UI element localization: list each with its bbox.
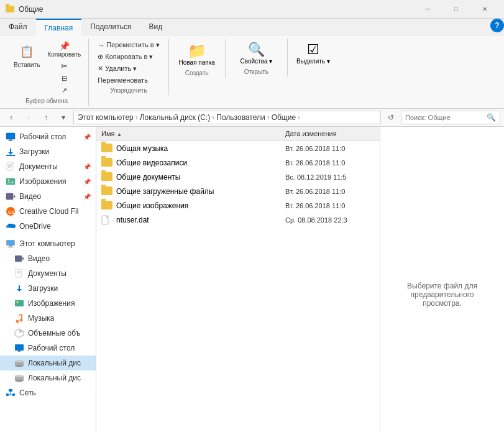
sidebar-item-pc-3d[interactable]: Объемные объ xyxy=(0,326,96,341)
new-folder-button[interactable]: 📁 Новая папка xyxy=(174,40,220,68)
sidebar-item-pc-documents[interactable]: Документы xyxy=(0,266,96,281)
recent-button[interactable]: ▾ xyxy=(56,111,71,124)
address-pc: Этот компьютер xyxy=(78,113,134,122)
tab-share[interactable]: Поделиться xyxy=(81,19,140,36)
sidebar-network-label: Сеть xyxy=(19,388,36,397)
window-title: Общие xyxy=(19,5,43,14)
sidebar-item-images[interactable]: Изображения 📌 xyxy=(0,174,96,189)
sidebar-thispc-label: Этот компьютер xyxy=(19,239,75,248)
sidebar-item-onedrive[interactable]: OneDrive xyxy=(0,219,96,234)
sidebar-disk-c-label: Локальный дис xyxy=(28,359,81,367)
file-date-cell: Вт. 26.06.2018 11:0 xyxy=(280,186,380,196)
back-button[interactable]: ‹ xyxy=(4,111,19,124)
maximize-button[interactable]: □ xyxy=(442,0,470,19)
properties-button[interactable]: 🔍 Свойства ▾ xyxy=(237,40,277,67)
folder-icon xyxy=(101,201,112,210)
svg-rect-1 xyxy=(9,139,12,140)
svg-text:Cc: Cc xyxy=(8,209,15,215)
sidebar-item-pc-video[interactable]: Видео xyxy=(0,251,96,266)
sidebar-item-pc-downloads[interactable]: Загрузки xyxy=(0,281,96,296)
thispc-icon xyxy=(5,238,16,249)
sidebar-item-thispc[interactable]: Этот компьютер xyxy=(0,236,96,251)
cut-button[interactable]: ✂ xyxy=(45,60,83,72)
organize-group: → Переместить в ▾ ⊕ Копировать в ▾ ✕ Уда… xyxy=(89,39,168,95)
sidebar-creative-label: Creative Cloud Fil xyxy=(19,207,78,216)
col-date-header[interactable]: Дата изменения xyxy=(280,128,380,139)
creative-icon: Cc xyxy=(5,206,16,217)
organize-label: Упорядочить xyxy=(110,87,147,94)
file-header: Имя ▲ Дата изменения xyxy=(96,127,380,141)
sidebar-pc-desktop-label: Рабочий стол xyxy=(28,344,75,352)
preview-text: Выберите файл для предварительного просм… xyxy=(393,282,492,308)
pc-documents-icon xyxy=(14,268,25,279)
sidebar-downloads-label: Загрузки xyxy=(19,147,49,156)
sidebar-item-creative[interactable]: Cc Creative Cloud Fil xyxy=(0,204,96,219)
sidebar-images-label: Изображения xyxy=(19,177,66,186)
sidebar-item-pc-images[interactable]: Изображения xyxy=(0,296,96,311)
copy-to-button[interactable]: ⊕ Копировать в ▾ xyxy=(94,52,163,62)
sidebar-item-downloads[interactable]: Загрузки xyxy=(0,144,96,159)
refresh-button[interactable]: ↺ xyxy=(383,111,398,124)
sidebar-pc-downloads-label: Загрузки xyxy=(28,284,58,293)
downloads-icon xyxy=(5,146,16,157)
file-date-cell: Вт. 26.06.2018 11:0 xyxy=(280,158,380,168)
preview-area: Выберите файл для предварительного просм… xyxy=(380,127,504,432)
svg-marker-11 xyxy=(14,195,16,198)
clipboard-group: 📋 Вставить 📌 Копировать ✂ ⊟ ↗ xyxy=(5,39,89,106)
table-row[interactable]: ntuser.dat Ср. 08.08.2018 22:3 xyxy=(96,213,380,227)
up-button[interactable]: ↑ xyxy=(39,111,53,124)
main-area: Рабочий стол 📌 Загрузки Документы 📌 Изоб… xyxy=(0,127,504,432)
ribbon: Файл Главная Поделиться Вид ? 📋 Вставить… xyxy=(0,19,504,109)
sidebar-pc-docs-label: Документы xyxy=(28,269,66,278)
table-row[interactable]: Общие документы Вс. 08.12.2019 11:5 xyxy=(96,170,380,184)
pin-button[interactable]: 📌 Копировать xyxy=(45,40,83,59)
tab-file[interactable]: Файл xyxy=(0,19,36,36)
sidebar-item-pc-music[interactable]: Музыка xyxy=(0,311,96,326)
address-bar[interactable]: Этот компьютер › Локальный диск (C:) › П… xyxy=(73,111,381,124)
file-icon-dat xyxy=(101,215,112,224)
pin-icon-video: 📌 xyxy=(83,193,91,200)
paste-button[interactable]: 📋 Вставить xyxy=(10,40,44,70)
col-name-header[interactable]: Имя ▲ xyxy=(96,128,280,139)
sidebar-item-desktop[interactable]: Рабочий стол 📌 xyxy=(0,129,96,144)
table-row[interactable]: Общие видеозаписи Вт. 26.06.2018 11:0 xyxy=(96,155,380,170)
search-icon: 🔍 xyxy=(487,113,496,122)
disk-c-icon xyxy=(14,357,25,369)
rename-button[interactable]: Переименовать xyxy=(94,75,163,85)
shortcut-button[interactable]: ↗ xyxy=(45,85,83,96)
sidebar-item-disk-c[interactable]: Локальный дис xyxy=(0,356,96,370)
sidebar-item-disk-d[interactable]: Локальный дис xyxy=(0,370,96,385)
pc-downloads-icon xyxy=(14,283,25,294)
select-icon: ☑ xyxy=(307,42,319,58)
sidebar-documents-label: Документы xyxy=(19,162,58,171)
svg-rect-17 xyxy=(7,247,14,247)
folder-icon xyxy=(101,186,112,196)
sidebar-item-video[interactable]: Видео 📌 xyxy=(0,189,96,204)
sidebar-disk-d-label: Локальный дис xyxy=(28,374,81,382)
search-input[interactable] xyxy=(405,114,487,121)
table-row[interactable]: Общие изображения Вт. 26.06.2018 11:0 xyxy=(96,198,380,213)
copy-to-icon: ⊕ xyxy=(98,53,103,61)
move-to-button[interactable]: → Переместить в ▾ xyxy=(94,40,163,50)
window-controls: ─ □ ✕ xyxy=(413,0,499,19)
forward-button[interactable]: › xyxy=(21,111,36,124)
sidebar-item-pc-desktop[interactable]: Рабочий стол xyxy=(0,341,96,356)
minimize-button[interactable]: ─ xyxy=(413,0,442,19)
close-button[interactable]: ✕ xyxy=(470,0,499,19)
network-icon xyxy=(5,387,16,398)
copy-path-button[interactable]: ⊟ xyxy=(45,73,83,84)
file-name-cell: Общие документы xyxy=(96,171,280,183)
sidebar-pc-music-label: Музыка xyxy=(28,314,54,323)
file-area: Имя ▲ Дата изменения Общая музыка Вт. 26… xyxy=(96,127,380,432)
pc-desktop-icon2 xyxy=(14,342,25,354)
delete-button[interactable]: ✕ Удалить ▾ xyxy=(94,63,163,74)
tab-view[interactable]: Вид xyxy=(140,19,171,36)
table-row[interactable]: Общие загруженные файлы Вт. 26.06.2018 1… xyxy=(96,184,380,198)
sidebar-item-network[interactable]: Сеть xyxy=(0,385,96,400)
sidebar-item-documents[interactable]: Документы 📌 xyxy=(0,159,96,174)
tab-home[interactable]: Главная xyxy=(36,19,82,36)
help-button[interactable]: ? xyxy=(490,19,504,32)
pc-3d-icon xyxy=(14,328,25,339)
select-button[interactable]: ☑ Выделить ▾ xyxy=(293,40,334,67)
table-row[interactable]: Общая музыка Вт. 26.06.2018 11:0 xyxy=(96,141,380,155)
